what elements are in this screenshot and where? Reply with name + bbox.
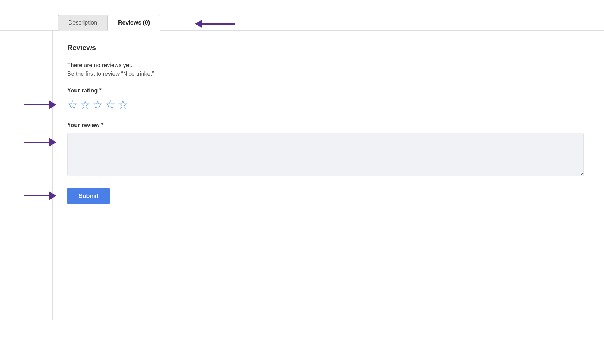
- tab-description-label: Description: [68, 20, 97, 26]
- arrow-head-submit: [49, 191, 56, 200]
- no-reviews-text: There are no reviews yet.: [67, 62, 589, 69]
- arrow-textarea-annotation: [24, 138, 56, 147]
- tab-description[interactable]: Description: [58, 15, 108, 31]
- star-2[interactable]: ☆: [80, 99, 90, 110]
- star-5[interactable]: ☆: [118, 99, 128, 110]
- review-textarea[interactable]: [67, 133, 584, 176]
- arrow-submit-annotation: [24, 191, 56, 200]
- your-rating-label: Your rating *: [67, 87, 589, 94]
- arrow-line-textarea: [24, 142, 49, 143]
- arrow-head-stars: [49, 100, 56, 109]
- stars-wrapper: ☆ ☆ ☆ ☆ ☆: [67, 99, 589, 110]
- arrow-line-submit: [24, 195, 49, 196]
- be-first-text: Be the first to review “Nice trinket”: [67, 71, 589, 77]
- star-1[interactable]: ☆: [67, 99, 78, 110]
- content-area: Reviews There are no reviews yet. Be the…: [52, 31, 604, 320]
- star-4[interactable]: ☆: [105, 99, 116, 110]
- tab-reviews[interactable]: Reviews (0): [108, 15, 160, 31]
- arrow-line-reviews: [202, 23, 235, 25]
- star-3[interactable]: ☆: [92, 99, 103, 110]
- textarea-wrapper: [67, 133, 589, 188]
- page-wrapper: Description Reviews (0) Reviews There ar…: [0, 0, 604, 320]
- arrow-head-reviews: [195, 20, 202, 28]
- your-review-label: Your review *: [67, 122, 589, 129]
- tab-reviews-label: Reviews (0): [118, 20, 150, 26]
- submit-wrapper: Submit: [67, 188, 589, 204]
- submit-button[interactable]: Submit: [67, 188, 110, 204]
- arrow-reviews-annotation: [195, 20, 235, 28]
- tabs-row: Description Reviews (0): [0, 14, 604, 31]
- arrow-head-textarea: [49, 138, 56, 147]
- reviews-heading: Reviews: [67, 44, 589, 52]
- arrow-line-stars: [24, 104, 49, 105]
- arrow-stars-annotation: [24, 100, 56, 109]
- stars-row[interactable]: ☆ ☆ ☆ ☆ ☆: [67, 99, 589, 110]
